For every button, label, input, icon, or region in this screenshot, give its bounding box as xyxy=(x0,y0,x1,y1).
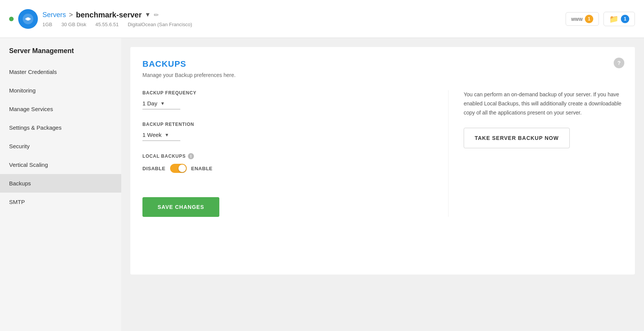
main-content: ? BACKUPS Manage your Backup preferences… xyxy=(121,38,644,331)
save-changes-button[interactable]: SAVE CHANGES xyxy=(142,197,219,217)
www-count: 1 xyxy=(585,15,593,23)
sidebar-item-label: SMTP xyxy=(9,199,25,205)
svg-point-1 xyxy=(27,17,30,20)
toggle-thumb xyxy=(178,165,186,172)
edit-icon[interactable]: ✏ xyxy=(154,11,159,19)
page-subtitle: Manage your Backup preferences here. xyxy=(142,72,623,78)
backup-description: You can perform an on-demand backup of y… xyxy=(464,90,623,117)
servers-link[interactable]: Servers xyxy=(42,11,66,19)
breadcrumb: Servers > benchmark-server ▼ ✏ 1GB 30 GB… xyxy=(42,11,192,27)
server-ram: 1GB xyxy=(42,22,52,27)
sidebar-item-backups[interactable]: Backups xyxy=(0,174,121,193)
sidebar-item-label: Settings & Packages xyxy=(9,124,61,131)
chevron-down-icon: ▼ xyxy=(160,101,165,106)
server-provider: DigitalOcean (San Francisco) xyxy=(128,22,192,27)
take-backup-button[interactable]: TAKE SERVER BACKUP NOW xyxy=(464,128,570,148)
www-badge[interactable]: www 1 xyxy=(566,12,599,26)
backup-retention-select[interactable]: 1 Week ▼ xyxy=(142,132,180,141)
sidebar-item-label: Master Credentials xyxy=(9,69,57,75)
header-left: Servers > benchmark-server ▼ ✏ 1GB 30 GB… xyxy=(9,9,192,29)
folder-icon: 📁 xyxy=(609,14,619,24)
local-backups-toggle[interactable] xyxy=(170,164,187,173)
sidebar-heading: Server Management xyxy=(0,47,121,63)
backup-retention-label: BACKUP RETENTION xyxy=(142,122,433,127)
content-card: ? BACKUPS Manage your Backup preferences… xyxy=(130,47,635,275)
server-meta: 1GB 30 GB Disk 45.55.6.51 DigitalOcean (… xyxy=(42,22,192,27)
files-count: 1 xyxy=(621,15,629,23)
server-ip: 45.55.6.51 xyxy=(95,22,119,27)
main-layout: Server Management Master Credentials Mon… xyxy=(0,38,644,331)
card-left: BACKUP FREQUENCY 1 Day ▼ BACKUP RETENTIO… xyxy=(142,90,433,217)
www-label: www xyxy=(571,16,583,22)
status-indicator xyxy=(9,17,14,21)
breadcrumb-top: Servers > benchmark-server ▼ ✏ xyxy=(42,11,192,19)
server-disk: 30 GB Disk xyxy=(61,22,86,27)
card-columns: BACKUP FREQUENCY 1 Day ▼ BACKUP RETENTIO… xyxy=(142,90,623,217)
page-title: BACKUPS xyxy=(142,59,623,69)
enable-label: ENABLE xyxy=(191,166,213,171)
header: Servers > benchmark-server ▼ ✏ 1GB 30 GB… xyxy=(0,0,644,38)
card-divider xyxy=(448,90,449,217)
files-badge[interactable]: 📁 1 xyxy=(603,12,635,26)
backup-frequency-value: 1 Day xyxy=(142,100,157,107)
sidebar-item-security[interactable]: Security xyxy=(0,137,121,155)
header-right: www 1 📁 1 xyxy=(566,12,635,26)
backup-retention-value: 1 Week xyxy=(142,132,162,138)
help-icon[interactable]: ? xyxy=(614,58,624,68)
sidebar-item-label: Monitoring xyxy=(9,87,36,94)
server-name: benchmark-server xyxy=(76,11,142,19)
sidebar-item-label: Manage Services xyxy=(9,106,53,112)
info-icon[interactable]: i xyxy=(188,153,194,159)
sidebar-item-settings-packages[interactable]: Settings & Packages xyxy=(0,118,121,137)
sidebar: Server Management Master Credentials Mon… xyxy=(0,38,121,331)
card-right: You can perform an on-demand backup of y… xyxy=(464,90,623,217)
breadcrumb-separator: > xyxy=(69,11,73,19)
sidebar-item-label: Security xyxy=(9,143,30,149)
toggle-row: DISABLE ENABLE xyxy=(142,164,433,173)
backup-retention-section: BACKUP RETENTION 1 Week ▼ xyxy=(142,122,433,141)
sidebar-item-master-credentials[interactable]: Master Credentials xyxy=(0,63,121,81)
sidebar-item-monitoring[interactable]: Monitoring xyxy=(0,81,121,100)
sidebar-item-label: Vertical Scaling xyxy=(9,162,48,168)
backup-frequency-select[interactable]: 1 Day ▼ xyxy=(142,100,180,110)
disable-label: DISABLE xyxy=(142,166,166,171)
local-backups-label: LOCAL BACKUPS i xyxy=(142,153,433,159)
sidebar-item-vertical-scaling[interactable]: Vertical Scaling xyxy=(0,155,121,174)
backup-frequency-label: BACKUP FREQUENCY xyxy=(142,90,433,96)
chevron-down-icon[interactable]: ▼ xyxy=(145,11,151,18)
backup-frequency-section: BACKUP FREQUENCY 1 Day ▼ xyxy=(142,90,433,110)
server-logo xyxy=(18,9,38,29)
sidebar-item-label: Backups xyxy=(9,180,31,187)
sidebar-item-manage-services[interactable]: Manage Services xyxy=(0,100,121,118)
chevron-down-icon: ▼ xyxy=(165,132,169,138)
sidebar-item-smtp[interactable]: SMTP xyxy=(0,193,121,211)
local-backups-section: LOCAL BACKUPS i DISABLE ENABLE xyxy=(142,153,433,173)
